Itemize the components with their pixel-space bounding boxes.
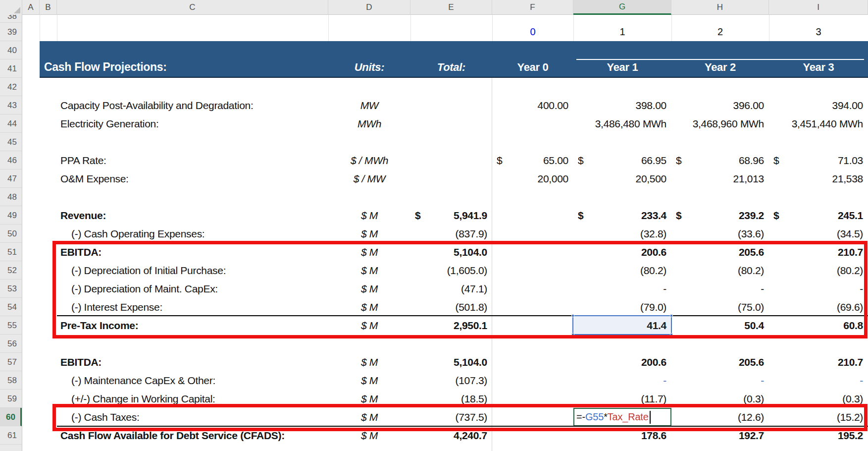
cell-D47-unit[interactable]: $ / MW [328,169,410,188]
cell-I44[interactable]: 3,451,440 MWh [769,114,868,133]
cell-B44[interactable] [40,114,57,133]
cell-B58[interactable] [40,371,57,390]
row-header-38[interactable]: 38 [0,15,22,23]
cell-C43-label[interactable]: Capacity Post-Availability and Degradati… [57,96,328,114]
cell-H48[interactable] [671,188,769,206]
cell-I43[interactable]: 394.00 [769,96,868,114]
cell-G42[interactable] [573,78,671,96]
cell-B50[interactable] [40,225,57,243]
cell-H45[interactable] [671,133,769,151]
cell-D45-unit[interactable] [328,133,410,151]
cell-C58-label[interactable]: (-) Maintenance CapEx & Other: [57,371,328,390]
row-header-56[interactable]: 56 [0,335,22,353]
cell-I46[interactable]: $71.03 [769,151,868,169]
cell-A51[interactable] [22,243,40,261]
row-header-39[interactable]: 39 [0,23,22,41]
cell-C45-label[interactable] [57,133,328,151]
cell-A44[interactable] [22,114,40,133]
cell-B57[interactable] [40,353,57,371]
cell-C57-label[interactable]: EBITDA: [57,353,328,371]
cell-D50-unit[interactable]: $ M [328,225,410,243]
cell-E57[interactable]: 5,104.0 [410,353,492,371]
column-header-H[interactable]: H [671,0,769,15]
empty-cells[interactable] [22,23,492,41]
table-header-band[interactable]: Cash Flow Projections: Units: Total: Yea… [40,41,868,78]
cell-A52[interactable] [22,261,40,280]
column-header-B[interactable]: B [40,0,57,15]
cell-B46[interactable] [40,151,57,169]
cell-A54[interactable] [22,298,40,316]
cell-G46[interactable]: $66.95 [573,151,671,169]
cell-H58[interactable]: - [671,371,769,390]
cell-F43[interactable]: 400.00 [492,96,573,114]
cell-F46[interactable]: $65.00 [492,151,573,169]
row-header-53[interactable]: 53 [0,280,22,298]
column-header-A[interactable]: A [22,0,40,15]
row-header-41[interactable]: 41 [0,59,22,78]
cell-I45[interactable] [769,133,868,151]
cell-H43[interactable]: 396.00 [671,96,769,114]
column-header-E[interactable]: E [410,0,492,15]
cell-E44[interactable] [410,114,492,133]
cell-G48[interactable] [573,188,671,206]
cell-B43[interactable] [40,96,57,114]
column-header-C[interactable]: C [57,0,328,15]
cell-H42[interactable] [671,78,769,96]
cell-A55[interactable] [22,316,40,335]
row-header-40[interactable]: 40 [0,41,22,59]
cell-G58[interactable]: - [573,371,671,390]
cell-A45[interactable] [22,133,40,151]
column-header-I[interactable]: I [769,0,868,15]
cell-D46-unit[interactable]: $ / MWh [328,151,410,169]
row-header-58[interactable]: 58 [0,371,22,390]
cell-E47[interactable] [410,169,492,188]
cell-E50[interactable]: (837.9) [410,225,492,243]
cell-E48[interactable] [410,188,492,206]
cell-A53[interactable] [22,280,40,298]
cell-B42[interactable] [40,78,57,96]
row-header-46[interactable]: 46 [0,151,22,169]
cell-B49[interactable] [40,206,57,225]
cell-G44[interactable]: 3,486,480 MWh [573,114,671,133]
cell-B48[interactable] [40,188,57,206]
row-header-43[interactable]: 43 [0,96,22,114]
cell-I39[interactable]: 3 [769,23,868,41]
cell-F50[interactable] [492,225,573,243]
row-header-61[interactable]: 61 [0,426,22,445]
cell-A46[interactable] [22,151,40,169]
cell-A59[interactable] [22,390,40,408]
cell-E46[interactable] [410,151,492,169]
cell-I57[interactable]: 210.7 [769,353,868,371]
cell-A50[interactable] [22,225,40,243]
cell-E58[interactable]: (107.3) [410,371,492,390]
cell-E45[interactable] [410,133,492,151]
cell-F58[interactable] [492,371,573,390]
cell-A60[interactable] [22,408,40,426]
cell-I42[interactable] [769,78,868,96]
row-header-59[interactable]: 59 [0,390,22,408]
cell-A56[interactable] [22,335,40,353]
row-header-51[interactable]: 51 [0,243,22,261]
cell-F42[interactable] [492,78,573,96]
cell-D44-unit[interactable]: MWh [328,114,410,133]
cell-I47[interactable]: 21,538 [769,169,868,188]
cell-G43[interactable]: 398.00 [573,96,671,114]
column-header-F[interactable]: F [492,0,573,15]
cell-I50[interactable]: (34.5) [769,225,868,243]
cell-D57-unit[interactable]: $ M [328,353,410,371]
cell-G47[interactable]: 20,500 [573,169,671,188]
row-header-50[interactable]: 50 [0,225,22,243]
cell-H49[interactable]: $239.2 [671,206,769,225]
cell-E43[interactable] [410,96,492,114]
row-header-45[interactable]: 45 [0,133,22,151]
cell-A58[interactable] [22,371,40,390]
cell-H50[interactable]: (33.6) [671,225,769,243]
column-header-D[interactable]: D [328,0,410,15]
cell-G49[interactable]: $233.4 [573,206,671,225]
row-header-47[interactable]: 47 [0,169,22,188]
cell-F44[interactable] [492,114,573,133]
cell-F57[interactable] [492,353,573,371]
cell-A43[interactable] [22,96,40,114]
cell-A49[interactable] [22,206,40,225]
cell-C44-label[interactable]: Electricity Generation: [57,114,328,133]
